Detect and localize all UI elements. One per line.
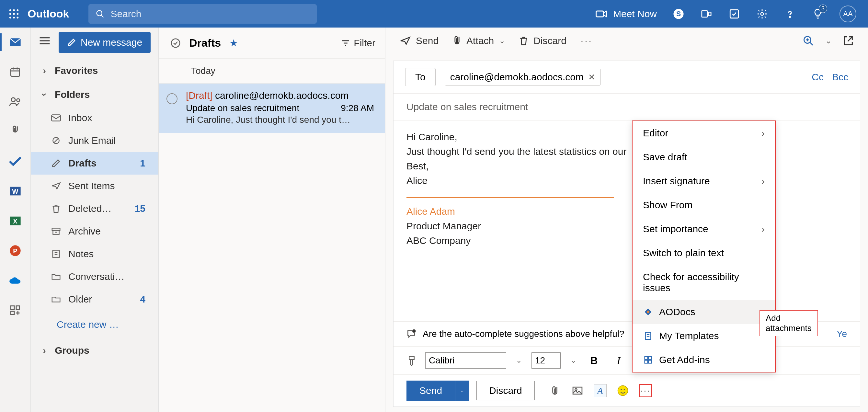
favorites-section[interactable]: › Favorites	[31, 59, 158, 83]
header-actions: Meet Now S 3 AA	[596, 5, 868, 22]
svg-point-3	[9, 13, 11, 15]
settings-icon[interactable]	[756, 8, 768, 20]
meet-now-button[interactable]: Meet Now	[596, 8, 657, 20]
svg-point-5	[17, 13, 19, 15]
rail-todo-icon[interactable]	[8, 155, 22, 168]
send-options-button[interactable]: ⌄	[455, 381, 469, 401]
more-actions-button[interactable]: ···	[639, 384, 652, 397]
todo-icon[interactable]	[728, 8, 740, 20]
discard-button-top[interactable]: Discard	[519, 35, 566, 46]
font-color-icon[interactable]: A	[594, 384, 607, 397]
bcc-button[interactable]: Bcc	[832, 71, 848, 83]
send-button-top[interactable]: Send	[400, 35, 438, 46]
recipient-chip[interactable]: caroline@demokb.aodocs.com ✕	[445, 69, 601, 86]
menu-insert-signature[interactable]: Insert signature›	[632, 169, 775, 193]
svg-point-58	[618, 386, 628, 396]
select-checkbox[interactable]	[166, 90, 178, 125]
rail-word-icon[interactable]: W	[8, 184, 22, 198]
svg-rect-21	[11, 69, 20, 76]
folder-deleted[interactable]: Deleted… 15	[31, 197, 158, 220]
font-family-input[interactable]	[425, 352, 506, 369]
chevron-down-icon[interactable]: ⌄	[569, 356, 578, 365]
folder-label: Drafts	[68, 158, 96, 169]
drafts-icon	[51, 158, 61, 168]
folder-drafts[interactable]: Drafts 1	[31, 152, 158, 175]
menu-editor[interactable]: Editor›	[632, 121, 775, 145]
zoom-icon[interactable]	[803, 35, 814, 46]
rail-mail-icon[interactable]	[8, 35, 22, 49]
body-line: Just thought I'd send you the latest sta…	[406, 144, 847, 159]
folder-notes[interactable]: Notes	[31, 243, 158, 265]
search-box[interactable]	[88, 4, 317, 24]
folder-older[interactable]: Older 4	[31, 288, 158, 311]
skype-icon[interactable]: S	[672, 8, 685, 20]
insert-image-icon[interactable]	[571, 384, 584, 397]
menu-show-from[interactable]: Show From	[632, 193, 775, 217]
rail-onedrive-icon[interactable]	[8, 274, 22, 287]
rail-calendar-icon[interactable]	[8, 65, 22, 79]
rail-powerpoint-icon[interactable]: P	[8, 244, 22, 257]
remove-recipient-icon[interactable]: ✕	[588, 72, 595, 82]
filter-button[interactable]: Filter	[341, 38, 375, 49]
menu-plain-text[interactable]: Switch to plain text	[632, 241, 775, 265]
font-size-input[interactable]	[531, 352, 561, 369]
msg-subject: Update on sales recruitment	[186, 103, 299, 114]
to-button[interactable]: To	[405, 68, 436, 86]
svg-line-51	[810, 42, 813, 45]
svg-point-26	[17, 99, 20, 102]
menu-get-addins[interactable]: Get Add-ins	[632, 348, 775, 372]
bold-button[interactable]: B	[586, 352, 602, 369]
attach-icon[interactable]	[548, 384, 561, 397]
groups-section[interactable]: › Groups	[31, 339, 158, 362]
folder-junk[interactable]: Junk Email	[31, 129, 158, 152]
new-message-button[interactable]: New message	[59, 32, 151, 53]
menu-set-importance[interactable]: Set importance›	[632, 217, 775, 241]
popout-icon[interactable]	[843, 35, 854, 46]
menu-aodocs[interactable]: AODocs	[632, 300, 775, 324]
menu-my-templates[interactable]: My Templates	[632, 324, 775, 348]
cc-button[interactable]: Cc	[812, 71, 824, 83]
folders-section[interactable]: › Folders	[31, 83, 158, 106]
menu-accessibility[interactable]: Check for accessibility issues	[632, 265, 775, 300]
folder-inbox[interactable]: Inbox	[31, 106, 158, 129]
select-all-icon[interactable]	[170, 38, 181, 48]
list-title: Drafts	[189, 37, 221, 49]
rail-more-apps-icon[interactable]	[8, 304, 22, 317]
subject-input[interactable]: Update on sales recruitment	[394, 94, 860, 121]
attach-button[interactable]: Attach ⌄	[453, 35, 505, 46]
format-painter-icon[interactable]	[406, 355, 417, 366]
emoji-icon[interactable]	[616, 384, 629, 397]
aodocs-icon	[643, 307, 653, 317]
hamburger-icon[interactable]	[39, 36, 52, 49]
message-body[interactable]: Hi Caroline, Just thought I'd send you t…	[394, 121, 860, 321]
menu-save-draft[interactable]: Save draft	[632, 145, 775, 169]
rail-excel-icon[interactable]: X	[8, 214, 22, 228]
chevron-down-icon[interactable]: ⌄	[825, 36, 832, 45]
rail-files-icon[interactable]	[8, 125, 22, 138]
folder-archive[interactable]: Archive	[31, 220, 158, 243]
more-options-icon[interactable]: ···	[581, 35, 593, 46]
italic-button[interactable]: I	[611, 352, 627, 369]
feedback-yes[interactable]: Ye	[837, 329, 847, 339]
svg-point-54	[413, 330, 415, 332]
addins-icon	[643, 355, 653, 365]
create-new-folder[interactable]: Create new …	[31, 311, 158, 339]
svg-point-18	[789, 17, 790, 18]
message-list-item[interactable]: [Draft] caroline@demokb.aodocs.com Updat…	[159, 84, 385, 133]
search-input[interactable]	[111, 8, 310, 20]
send-row: Send ⌄ Discard A ···	[394, 375, 860, 407]
meet-now-label: Meet Now	[613, 8, 657, 20]
app-launcher-icon[interactable]	[0, 8, 28, 20]
chevron-down-icon: ›	[39, 91, 50, 98]
help-icon[interactable]	[784, 8, 796, 20]
chevron-down-icon[interactable]: ⌄	[515, 356, 523, 365]
whats-new-icon[interactable]: 3	[812, 8, 824, 20]
send-button[interactable]: Send	[406, 381, 455, 401]
favorite-star-icon[interactable]: ★	[229, 37, 238, 49]
discard-button[interactable]: Discard	[476, 381, 535, 400]
folder-conversation-history[interactable]: Conversati…	[31, 265, 158, 288]
folder-sent[interactable]: Sent Items	[31, 175, 158, 197]
account-avatar[interactable]: AA	[839, 5, 856, 22]
teams-icon[interactable]	[700, 8, 713, 20]
rail-people-icon[interactable]	[8, 95, 22, 108]
